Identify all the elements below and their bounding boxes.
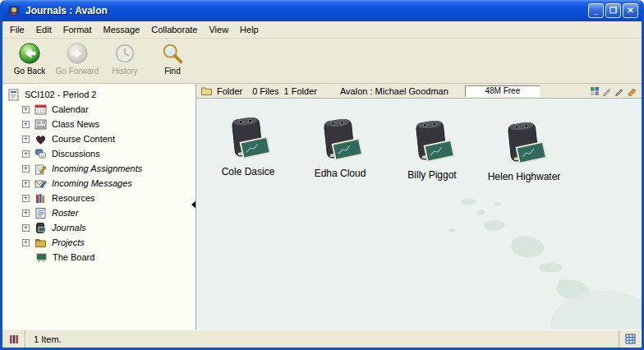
menu-message[interactable]: Message xyxy=(98,22,146,37)
content-pane: Folder 0 Files 1 Folder Avalon : Michael… xyxy=(196,84,642,329)
toolbar: Go Back Go Forward History Find xyxy=(2,39,642,84)
menu-bar: File Edit Format Message Collaborate Vie… xyxy=(2,21,642,39)
connection-icon xyxy=(9,334,19,344)
board-icon xyxy=(35,251,48,264)
expand-toggle-icon[interactable]: + xyxy=(22,136,30,143)
journal-item[interactable]: Edha Cloud xyxy=(297,115,384,179)
maximize-button[interactable]: ❐ xyxy=(605,3,621,18)
app-icon xyxy=(7,4,21,17)
tree-item-label: Discussions xyxy=(52,149,100,159)
journal-item-name: Cole Dasice xyxy=(222,166,275,177)
roster-icon xyxy=(34,207,47,219)
menu-edit[interactable]: Edit xyxy=(30,22,58,37)
menu-collaborate[interactable]: Collaborate xyxy=(145,22,203,37)
account-label: Avalon : Michael Goodman xyxy=(340,86,448,96)
pencil-icon[interactable] xyxy=(602,86,612,96)
journal-book-icon xyxy=(224,113,272,163)
folder-label: Folder xyxy=(217,86,242,96)
tree-item-projects[interactable]: + Projects xyxy=(2,235,196,250)
minimize-button[interactable]: _ xyxy=(588,3,604,18)
journal-book-icon xyxy=(500,118,548,168)
tree-item-incoming-messages[interactable]: + Incoming Messages xyxy=(2,176,196,191)
expand-toggle-icon[interactable]: + xyxy=(22,195,30,202)
tree-item-label: Roster xyxy=(52,208,78,218)
expand-toggle-icon[interactable]: + xyxy=(22,239,30,246)
files-count: 0 Files xyxy=(252,86,278,96)
history-button[interactable]: History xyxy=(103,41,147,81)
tree-item-discussions[interactable]: + Discussions xyxy=(2,146,196,161)
go-forward-button[interactable]: Go Forward xyxy=(55,41,99,81)
tree-item-label: The Board xyxy=(53,252,94,262)
tree-item-label: Course Content xyxy=(52,134,115,144)
journal-item[interactable]: Billy Piggot xyxy=(389,117,476,181)
news-icon xyxy=(34,118,47,131)
go-forward-icon xyxy=(65,41,90,66)
course-icon xyxy=(7,89,20,101)
journal-book-icon xyxy=(316,115,364,164)
find-icon xyxy=(160,41,185,66)
content-icon xyxy=(34,133,47,145)
journal-item-name: Edha Cloud xyxy=(315,168,366,179)
journal-item[interactable]: Helen Highwater xyxy=(481,118,568,182)
expand-toggle-icon[interactable]: + xyxy=(22,210,30,217)
connection-status[interactable] xyxy=(2,330,25,348)
pen-icon[interactable] xyxy=(614,86,624,96)
find-label: Find xyxy=(164,67,180,76)
expand-toggle-icon[interactable]: + xyxy=(22,121,30,128)
tree-item-label: Incoming Messages xyxy=(52,178,132,188)
folders-count: 1 Folder xyxy=(284,86,317,96)
app-window: Journals : Avalon _ ❐ ✕ File Edit Format… xyxy=(0,0,644,350)
tree-item-label: Class News xyxy=(52,119,99,129)
menu-format[interactable]: Format xyxy=(58,22,98,37)
expand-toggle-icon[interactable]: + xyxy=(22,224,30,232)
tree-item-calendar[interactable]: + Calendar xyxy=(2,102,196,117)
expand-toggle-icon[interactable]: + xyxy=(22,106,30,113)
tree-item-label: Journals xyxy=(52,223,86,233)
tree-item-the-board[interactable]: The Board xyxy=(2,250,196,265)
tree-item-roster[interactable]: + Roster xyxy=(2,205,196,220)
menu-view[interactable]: View xyxy=(203,22,234,37)
expand-toggle-icon[interactable]: + xyxy=(22,180,30,187)
menu-file[interactable]: File xyxy=(4,22,30,37)
tree-item-class-news[interactable]: + Class News xyxy=(2,117,196,131)
item-count: 1 Item. xyxy=(34,334,62,344)
journal-book-icon xyxy=(408,117,456,166)
main-area: SCI102 - Period 2 + Calendar + Class New… xyxy=(2,84,642,329)
folder-view: Cole Dasice Edha Cloud Billy Piggot Hele… xyxy=(196,99,642,329)
go-back-button[interactable]: Go Back xyxy=(7,41,52,81)
history-icon xyxy=(113,41,137,66)
tree-item-journals[interactable]: + Journals xyxy=(2,220,196,235)
tree-item-label: SCI102 - Period 2 xyxy=(25,90,96,99)
tree-item-course-root[interactable]: SCI102 - Period 2 xyxy=(2,87,196,102)
tree-item-incoming-assignments[interactable]: + Incoming Assignments xyxy=(2,161,196,176)
tree-item-label: Calendar xyxy=(52,104,89,114)
journal-item[interactable]: Cole Dasice xyxy=(205,113,292,177)
view-toggle[interactable] xyxy=(619,330,642,348)
journal-item-name: Helen Highwater xyxy=(488,171,561,182)
expand-toggle-icon[interactable]: + xyxy=(22,150,30,158)
menu-help[interactable]: Help xyxy=(234,22,264,37)
grid-view-icon xyxy=(625,334,636,344)
tree-item-resources[interactable]: + Resources xyxy=(2,191,196,205)
journal-item-name: Billy Piggot xyxy=(407,169,456,181)
history-label: History xyxy=(112,67,137,76)
find-button[interactable]: Find xyxy=(150,41,195,81)
close-button[interactable]: ✕ xyxy=(623,3,638,18)
window-title: Journals : Avalon xyxy=(25,5,588,16)
tree-item-label: Projects xyxy=(52,237,85,247)
go-forward-label: Go Forward xyxy=(56,67,99,76)
header-tools xyxy=(590,86,637,96)
tree-item-label: Resources xyxy=(52,193,95,203)
go-back-icon xyxy=(17,41,42,66)
navigation-tree: SCI102 - Period 2 + Calendar + Class New… xyxy=(2,84,196,329)
calendar-icon xyxy=(34,104,47,116)
content-header: Folder 0 Files 1 Folder Avalon : Michael… xyxy=(196,84,642,99)
discussions-icon xyxy=(34,148,47,160)
expand-toggle-icon[interactable]: + xyxy=(22,165,30,173)
journal-icon xyxy=(34,222,47,234)
highlighter-icon[interactable] xyxy=(627,86,637,96)
view-options-icon[interactable] xyxy=(590,86,600,96)
assignments-icon xyxy=(34,163,47,175)
free-space-indicator: 48M Free xyxy=(465,85,540,97)
tree-item-course-content[interactable]: + Course Content xyxy=(2,131,196,146)
